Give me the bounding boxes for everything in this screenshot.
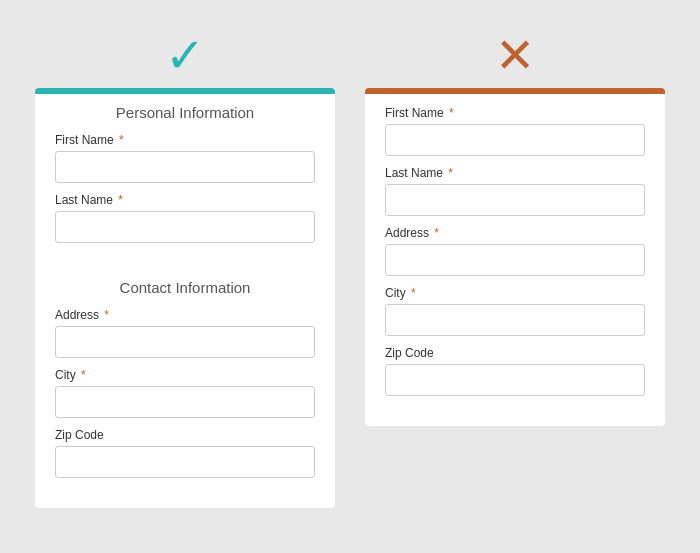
left-lastname-label: Last Name *	[55, 193, 315, 207]
right-address-input[interactable]	[385, 244, 645, 276]
right-city-label: City *	[385, 286, 645, 300]
right-city-star: *	[411, 286, 416, 300]
check-icon: ✓	[165, 32, 205, 80]
x-icon-wrapper: ✕	[365, 20, 665, 88]
personal-info-title: Personal Information	[35, 104, 335, 121]
contact-info-title: Contact Information	[35, 279, 335, 296]
right-address-star: *	[434, 226, 439, 240]
right-address-label: Address *	[385, 226, 645, 240]
right-city-group: City *	[365, 286, 665, 336]
left-panel: ✓ Personal Information First Name * Last…	[35, 20, 335, 508]
left-firstname-group: First Name *	[35, 133, 335, 183]
left-address-input[interactable]	[55, 326, 315, 358]
left-firstname-star: *	[119, 133, 124, 147]
right-address-group: Address *	[365, 226, 665, 276]
right-zipcode-group: Zip Code	[365, 346, 665, 396]
right-firstname-input[interactable]	[385, 124, 645, 156]
left-city-input[interactable]	[55, 386, 315, 418]
left-zipcode-label: Zip Code	[55, 428, 315, 442]
left-lastname-group: Last Name *	[35, 193, 335, 243]
right-city-input[interactable]	[385, 304, 645, 336]
left-firstname-input[interactable]	[55, 151, 315, 183]
left-form-panel: Personal Information First Name * Last N…	[35, 88, 335, 508]
right-panel: ✕ First Name * Last Name * Address * Cit…	[365, 20, 665, 426]
right-top-bar	[365, 88, 665, 94]
left-address-group: Address *	[35, 308, 335, 358]
left-zipcode-input[interactable]	[55, 446, 315, 478]
left-address-star: *	[104, 308, 109, 322]
right-form-panel: First Name * Last Name * Address * City …	[365, 88, 665, 426]
right-firstname-star: *	[449, 106, 454, 120]
right-firstname-group: First Name *	[365, 106, 665, 156]
left-lastname-star: *	[118, 193, 123, 207]
left-city-group: City *	[35, 368, 335, 418]
right-lastname-star: *	[448, 166, 453, 180]
right-zipcode-input[interactable]	[385, 364, 645, 396]
check-icon-wrapper: ✓	[35, 20, 335, 88]
left-zipcode-group: Zip Code	[35, 428, 335, 478]
right-lastname-label: Last Name *	[385, 166, 645, 180]
left-city-label: City *	[55, 368, 315, 382]
left-city-star: *	[81, 368, 86, 382]
x-icon: ✕	[495, 32, 535, 80]
right-zipcode-label: Zip Code	[385, 346, 645, 360]
left-top-bar	[35, 88, 335, 94]
left-firstname-label: First Name *	[55, 133, 315, 147]
right-lastname-group: Last Name *	[365, 166, 665, 216]
left-address-label: Address *	[55, 308, 315, 322]
right-firstname-label: First Name *	[385, 106, 645, 120]
right-lastname-input[interactable]	[385, 184, 645, 216]
left-lastname-input[interactable]	[55, 211, 315, 243]
